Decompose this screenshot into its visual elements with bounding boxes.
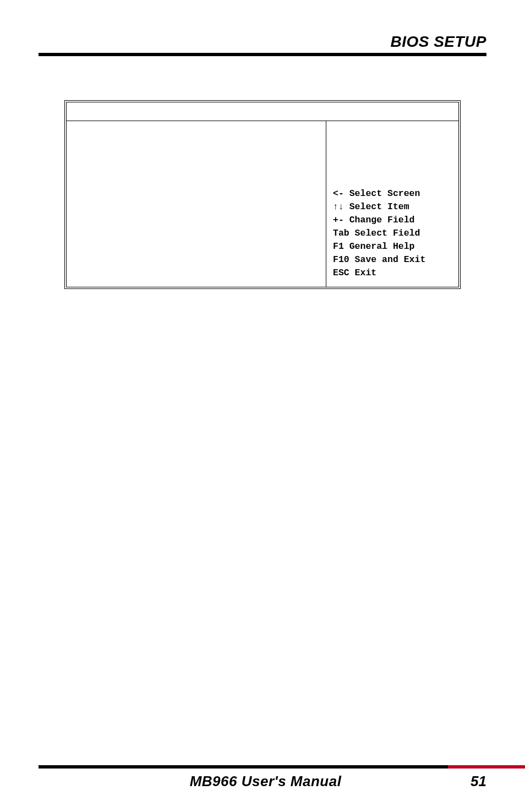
help-change-field: +- Change Field [333, 214, 452, 227]
footer-accent-bar [448, 765, 525, 769]
header-title: BIOS SETUP [39, 33, 486, 51]
help-exit: ESC Exit [333, 266, 452, 280]
footer-page-number: 51 [460, 773, 486, 790]
bios-body: <- Select Screen ↑↓ Select Item +- Chang… [67, 121, 458, 287]
bios-help-pane: <- Select Screen ↑↓ Select Item +- Chang… [326, 121, 458, 287]
help-select-field: Tab Select Field [333, 227, 452, 240]
help-spacer [333, 127, 452, 187]
help-general-help: F1 General Help [333, 240, 452, 253]
help-select-item: ↑↓ Select Item [333, 200, 452, 214]
footer-rule [39, 765, 486, 769]
bios-top-bar [67, 102, 458, 121]
footer-text-row: MB966 User's Manual 51 [39, 769, 486, 790]
help-select-screen: <- Select Screen [333, 187, 452, 200]
help-save-exit: F10 Save and Exit [333, 253, 452, 266]
footer-manual-title: MB966 User's Manual [72, 773, 460, 790]
page-footer: MB966 User's Manual 51 [0, 765, 525, 790]
page-header: BIOS SETUP [39, 33, 486, 56]
bios-setup-box: <- Select Screen ↑↓ Select Item +- Chang… [64, 100, 461, 289]
bios-left-pane [67, 121, 326, 287]
